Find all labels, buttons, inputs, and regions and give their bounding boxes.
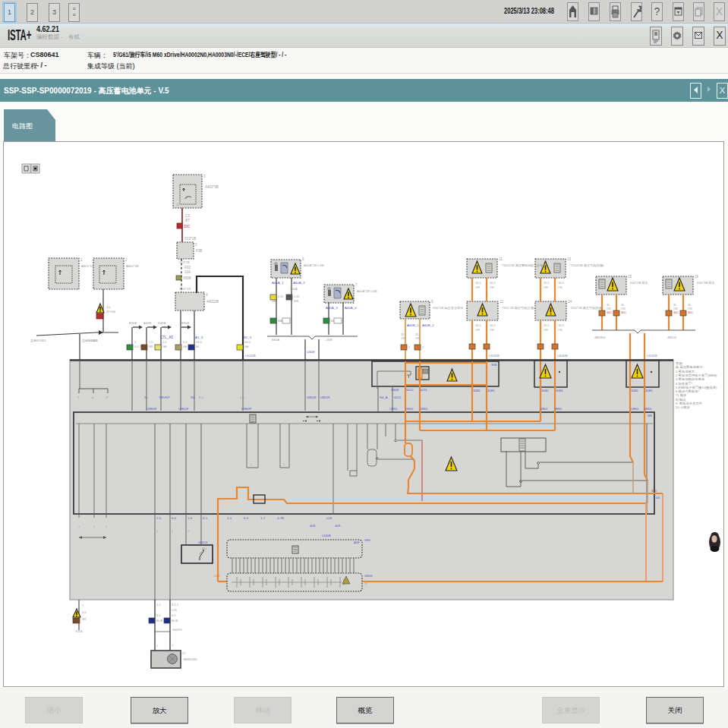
svg-text:X60P4: X60P4 — [172, 628, 182, 632]
svg-text:OR: OR — [490, 286, 494, 289]
svg-text:总A805支1: 总A805支1 — [30, 339, 46, 342]
svg-text:GE: GE — [272, 300, 276, 303]
svg-text:30C: 30C — [184, 225, 191, 228]
svg-text:N4_A: N4_A — [380, 396, 388, 399]
svg-text:L6032B: L6032B — [557, 354, 568, 358]
svg-text:6012: 6012 — [394, 396, 402, 399]
svg-text:2.5: 2.5 — [185, 214, 191, 218]
svg-text:16.0: 16.0 — [558, 282, 563, 285]
svg-text:96a: 96a — [202, 547, 206, 550]
svg-text:30B1: 30B1 — [631, 389, 638, 392]
svg-text:1-7: 1-7 — [260, 516, 266, 520]
svg-text:17: 17 — [182, 651, 186, 655]
svg-text:1: 1 — [156, 644, 158, 648]
svg-text:12: 12 — [500, 300, 504, 304]
svg-text:B60A: B60A — [272, 338, 279, 342]
svg-text:408-: 408- — [310, 524, 317, 528]
svg-text:3 蓄电池模块传感器: 3 蓄电池模块传感器 — [676, 377, 705, 381]
svg-text:6.0: 6.0 — [82, 611, 86, 614]
svg-text:16.0: 16.0 — [490, 324, 495, 327]
svg-text:K60*1B 高压安全插头: K60*1B 高压安全插头 — [433, 306, 464, 310]
svg-text:30B1: 30B1 — [473, 389, 481, 392]
svg-text:6012: 6012 — [406, 388, 414, 392]
svg-text:35: 35 — [673, 304, 676, 307]
svg-text:BL/B: BL/B — [172, 619, 178, 622]
svg-text:6.0: 6.0 — [156, 614, 160, 617]
svg-text:6-1: 6-1 — [203, 516, 208, 520]
svg-text:*T60101B 高压蓄电池组加热装置: *T60101B 高压蓄电池组加热装置 — [501, 263, 546, 267]
svg-text:16.0: 16.0 — [558, 324, 563, 327]
svg-text:5 EME电子装置接口(接线盒): 5 EME电子装置接口(接线盒) — [676, 386, 717, 389]
svg-text:30C: 30C — [621, 310, 626, 314]
svg-text:9: 9 — [431, 300, 433, 304]
svg-text:1: 1 — [156, 530, 158, 533]
svg-text:OR: OR — [415, 337, 420, 340]
svg-text:A403*3B: A403*3B — [205, 185, 219, 189]
svg-text:M8: M8 — [648, 414, 652, 418]
svg-text:15: 15 — [628, 275, 632, 279]
svg-text:1: 1 — [78, 525, 80, 528]
svg-text:6-0: 6-0 — [172, 516, 177, 520]
svg-text:U8609: U8609 — [178, 407, 188, 411]
svg-text:16: 16 — [695, 275, 699, 279]
svg-text:1: 1 — [80, 258, 83, 262]
svg-text:30B1: 30B1 — [645, 389, 653, 392]
svg-text:30C: 30C — [651, 489, 657, 493]
svg-text:U60: U60 — [364, 538, 370, 542]
svg-text:A60A_4: A60A_4 — [345, 306, 357, 310]
svg-text:X13*1B: X13*1B — [184, 237, 196, 241]
svg-text:10A: 10A — [184, 270, 191, 274]
svg-text:X60A: X60A — [290, 287, 298, 291]
svg-text:1 蓄电池单元: 1 蓄电池单元 — [676, 370, 695, 373]
svg-text:35: 35 — [688, 304, 691, 307]
svg-text:A805*2B: A805*2B — [126, 264, 139, 268]
svg-text:6-1: 6-1 — [240, 396, 245, 399]
svg-text:K60*3B 插头: K60*3B 插头 — [697, 281, 716, 285]
svg-text:SW: SW — [294, 300, 299, 303]
svg-text:C08: C08 — [214, 574, 220, 578]
svg-text:A60A_2: A60A_2 — [293, 281, 305, 285]
svg-text:OR: OR — [475, 286, 480, 289]
svg-text:U8608: U8608 — [147, 407, 156, 411]
svg-text:8) 触点: 8) 触点 — [676, 398, 686, 402]
svg-text:L6032B: L6032B — [489, 354, 500, 358]
svg-text:4: 4 — [206, 293, 208, 297]
svg-text:8-1: 8-1 — [199, 396, 204, 399]
svg-text:OR: OR — [544, 286, 548, 289]
svg-text:0.35: 0.35 — [294, 295, 299, 298]
svg-text:30B1: 30B1 — [487, 389, 495, 392]
svg-text:1: 1 — [134, 340, 137, 344]
svg-text:U860: U860 — [420, 407, 428, 411]
svg-text:2+: 2+ — [144, 396, 148, 399]
svg-text:A) 高压蓄电池单元: A) 高压蓄电池单元 — [676, 365, 703, 369]
svg-text:30B1: 30B1 — [541, 389, 549, 392]
svg-text:A4032B: A4032B — [206, 300, 219, 304]
svg-text:CTL_A5: CTL_A5 — [160, 336, 173, 339]
svg-text:409-: 409- — [335, 524, 342, 528]
svg-text:7: 7 — [355, 283, 358, 287]
svg-text:X506: X506 — [75, 629, 83, 633]
svg-text:16.0: 16.0 — [490, 282, 495, 285]
svg-text:U60S: U60S — [364, 574, 373, 578]
svg-text:X508: X508 — [183, 276, 191, 280]
svg-text:P: P — [106, 396, 109, 399]
svg-text:A60A*2B LGB: A60A*2B LGB — [357, 289, 377, 293]
svg-text:16.0: 16.0 — [244, 340, 251, 344]
svg-text:OR: OR — [401, 337, 405, 340]
svg-text:16.0: 16.0 — [544, 324, 549, 327]
svg-text:1: 1 — [82, 604, 84, 607]
svg-text:30C: 30C — [688, 310, 693, 314]
svg-text:6 模块式蓄电池*: 6 模块式蓄电池* — [676, 389, 699, 393]
svg-text:35: 35 — [415, 333, 418, 336]
svg-text:8-1.5: 8-1.5 — [172, 603, 179, 607]
svg-text:U860: U860 — [554, 407, 563, 411]
svg-text:BL: BL — [196, 345, 200, 348]
svg-text:K30B: K30B — [158, 321, 165, 325]
svg-text:30B: 30B — [491, 363, 496, 367]
svg-text:9. 蓄电池开关元件: 9. 蓄电池开关元件 — [676, 402, 703, 405]
svg-text:1-5: 1-5 — [227, 516, 232, 520]
svg-text:3: 3 — [195, 243, 197, 247]
svg-text:3: 3 — [203, 175, 206, 178]
svg-text:2: 2 — [125, 258, 128, 262]
svg-text:35: 35 — [621, 304, 624, 307]
